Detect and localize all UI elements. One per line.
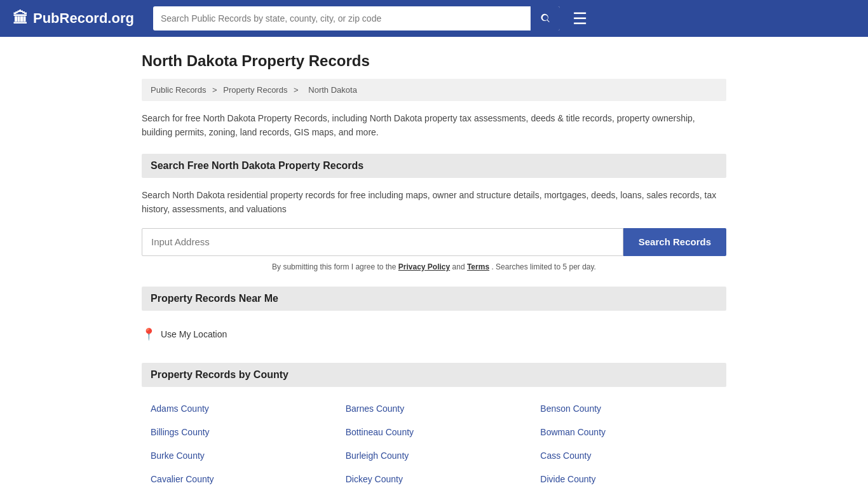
location-pin-icon: 📍 [142,327,156,341]
county-section-header: Property Records by County [142,363,726,387]
county-item[interactable]: Dickey County [337,468,532,488]
disclaimer-text: By submitting this form I agree to the [272,262,396,271]
county-item[interactable]: Adams County [142,397,337,421]
limit-text: . Searches limited to 5 per day. [491,262,596,271]
page-description: Search for free North Dakota Property Re… [142,111,726,140]
county-item[interactable]: Burleigh County [337,444,532,468]
county-item[interactable]: Billings County [142,421,337,444]
search-records-button[interactable]: Search Records [623,228,726,256]
search-section-header: Search Free North Dakota Property Record… [142,154,726,178]
county-heading: Property Records by County [151,369,717,381]
county-item[interactable]: Barnes County [337,397,532,421]
county-item[interactable]: Benson County [531,397,726,421]
logo-text: PubRecord.org [33,10,134,27]
county-item[interactable]: Cavalier County [142,468,337,488]
breadcrumb-separator-1: > [212,85,219,95]
search-icon [539,13,551,24]
header-search-wrap [153,6,560,30]
form-disclaimer: By submitting this form I agree to the P… [142,262,726,271]
county-item[interactable]: Bottineau County [337,421,532,444]
breadcrumb-separator-2: > [294,85,301,95]
county-item[interactable]: Burke County [142,444,337,468]
and-text: and [452,262,465,271]
near-me-section-header: Property Records Near Me [142,287,726,311]
near-me-heading: Property Records Near Me [151,293,717,304]
search-heading: Search Free North Dakota Property Record… [151,160,717,172]
address-search-row: Search Records [142,228,726,256]
site-header: 🏛 PubRecord.org ☰ [0,0,868,37]
county-section: Property Records by County Adams CountyB… [142,363,726,488]
logo[interactable]: 🏛 PubRecord.org [13,10,134,27]
search-description: Search North Dakota residential property… [142,188,726,217]
county-item[interactable]: Cass County [531,444,726,468]
near-me-section: Property Records Near Me 📍 Use My Locati… [142,287,726,348]
use-location[interactable]: 📍 Use My Location [142,321,726,348]
logo-icon: 🏛 [13,10,28,27]
main-content: North Dakota Property Records Public Rec… [129,37,739,488]
breadcrumb-item-property-records[interactable]: Property Records [223,85,287,95]
terms-link[interactable]: Terms [467,262,489,271]
county-grid: Adams CountyBarnes CountyBenson CountyBi… [142,397,726,488]
header-search-input[interactable] [153,6,531,30]
address-input[interactable] [142,228,623,256]
county-item[interactable]: Divide County [531,468,726,488]
hamburger-icon[interactable]: ☰ [573,9,587,29]
privacy-policy-link[interactable]: Privacy Policy [398,262,450,271]
header-search-button[interactable] [531,6,560,30]
county-item[interactable]: Bowman County [531,421,726,444]
breadcrumb-item-public-records[interactable]: Public Records [151,85,206,95]
header-search-area: ☰ [153,6,855,30]
use-location-label: Use My Location [161,329,227,339]
breadcrumb-item-north-dakota: North Dakota [308,85,357,95]
breadcrumb: Public Records > Property Records > Nort… [142,79,726,101]
page-title: North Dakota Property Records [142,52,726,70]
